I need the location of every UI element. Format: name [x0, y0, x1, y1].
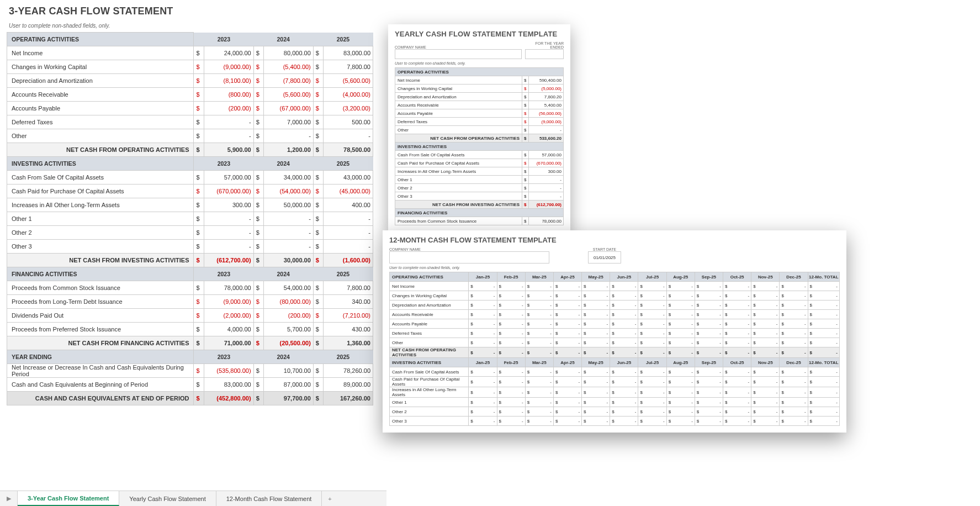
company-label: COMPANY NAME [395, 45, 522, 49]
monthly-preview-panel: 12-MONTH CASH FLOW STATEMENT TEMPLATE CO… [383, 230, 846, 433]
row-label: Cash and Cash Equivalents at Beginning o… [7, 378, 194, 392]
row-label: Proceeds from Common Stock Issuance [7, 281, 194, 295]
row-label: Increases in All Other Long-Term Assets [7, 198, 194, 212]
tab-yearly[interactable]: Yearly Cash Flow Statement [119, 491, 216, 506]
tab-12month[interactable]: 12-Month Cash Flow Statement [216, 491, 322, 506]
row-label: Accounts Payable [7, 102, 194, 115]
panel3-title: 12-MONTH CASH FLOW STATEMENT TEMPLATE [389, 236, 840, 244]
cashflow-table: OPERATING ACTIVITIES202320242025Net Inco… [7, 32, 373, 405]
panel2-table: OPERATING ACTIVITIESNet Income$590,400.0… [395, 67, 564, 225]
row-label: Proceeds from Long-Term Debt Issuance [7, 295, 194, 309]
row-label: Net Increase or Decrease In Cash and Cas… [7, 364, 194, 378]
row-label: Other 1 [7, 212, 194, 226]
add-sheet-icon[interactable]: + [322, 491, 337, 506]
company-input[interactable] [395, 49, 522, 59]
row-label: Deferred Taxes [7, 115, 194, 129]
row-label: Cash From Sale Of Capital Assets [7, 171, 194, 185]
row-label: Accounts Receivable [7, 88, 194, 102]
tab-nav-icon[interactable]: ▶ [0, 491, 18, 506]
p3-company-input[interactable] [389, 251, 549, 263]
row-label: Depreciation and Amortization [7, 74, 194, 88]
panel3-note: User to complete non-shaded fields, only… [389, 266, 840, 270]
year-ended-input[interactable] [525, 49, 564, 59]
panel2-title: YEARLY CASH FLOW STATEMENT TEMPLATE [395, 30, 564, 38]
tab-3year[interactable]: 3-Year Cash Flow Statement [18, 491, 119, 506]
p3-startdate-label: START DATE [588, 247, 621, 251]
row-label: Other 2 [7, 226, 194, 240]
sheet-tabbar: ▶ 3-Year Cash Flow Statement Yearly Cash… [0, 491, 386, 506]
row-label: Other 3 [7, 240, 194, 254]
main-panel: 3-YEAR CASH FLOW STATEMENT User to compl… [7, 2, 373, 405]
row-label: Dividends Paid Out [7, 309, 194, 323]
page-title: 3-YEAR CASH FLOW STATEMENT [7, 2, 373, 22]
row-label: Net Income [7, 46, 194, 60]
row-label: Other [7, 129, 194, 143]
row-label: Cash Paid for Purchase Of Capital Assets [7, 185, 194, 198]
row-label: Changes in Working Capital [7, 60, 194, 74]
note: User to complete non-shaded fields, only… [7, 22, 373, 32]
year-ended-label: FOR THE YEAR ENDED [525, 41, 564, 49]
p3-startdate[interactable]: 01/01/2025 [588, 251, 621, 263]
yearly-preview-panel: YEARLY CASH FLOW STATEMENT TEMPLATE COMP… [388, 24, 570, 232]
panel3-table: OPERATING ACTIVITIESJan-25Feb-25Mar-25Ap… [389, 272, 840, 426]
row-label: Proceeds from Preferred Stock Issuance [7, 323, 194, 336]
p3-company-label: COMPANY NAME [389, 247, 549, 251]
panel2-note: User to complete non-shaded fields, only… [395, 61, 564, 65]
